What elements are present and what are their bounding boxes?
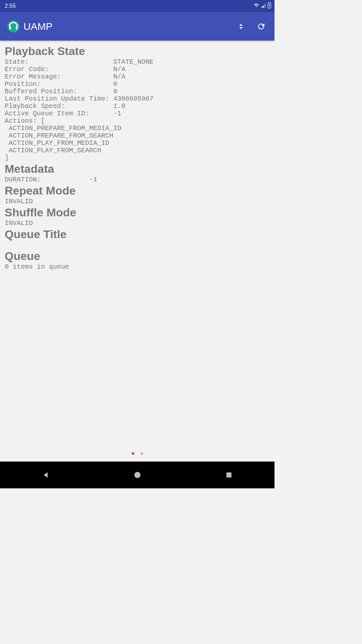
recents-button[interactable] xyxy=(216,472,242,478)
app-logo-icon xyxy=(7,20,19,33)
page-indicator xyxy=(0,448,275,462)
status-icons xyxy=(253,2,271,10)
section-heading-playback-state: Playback State xyxy=(5,45,270,58)
svg-rect-1 xyxy=(269,2,270,3)
queue-title-body xyxy=(5,241,270,249)
app-bar: UAMP xyxy=(0,12,275,41)
content-area[interactable]: Playback State State: STATE_NONE Error C… xyxy=(0,41,275,448)
repeat-mode-body: INVALID xyxy=(5,198,270,205)
status-time: 2:55 xyxy=(5,3,16,9)
svg-rect-3 xyxy=(9,26,11,30)
section-heading-metadata: Metadata xyxy=(5,162,270,175)
shuffle-mode-body: INVALID xyxy=(5,220,270,227)
svg-rect-4 xyxy=(16,26,17,30)
app-title: UAMP xyxy=(23,21,229,32)
svg-rect-12 xyxy=(226,473,231,478)
home-button[interactable] xyxy=(124,471,151,479)
playback-state-body: State: STATE_NONE Error Code: N/A Error … xyxy=(5,58,270,162)
page-dot-1[interactable] xyxy=(140,452,143,455)
back-button[interactable] xyxy=(33,471,59,479)
status-bar: 2:55 xyxy=(0,0,275,12)
queue-body: 0 items in queue xyxy=(5,263,270,271)
signal-icon xyxy=(261,3,266,9)
section-heading-queue: Queue xyxy=(5,250,270,263)
navigation-bar xyxy=(0,462,275,488)
section-heading-repeat-mode: Repeat Mode xyxy=(5,184,270,197)
wifi-icon xyxy=(253,3,259,9)
metadata-body: DURATION: -1 xyxy=(5,176,270,183)
expand-collapse-button[interactable] xyxy=(233,18,249,35)
page-dot-0[interactable] xyxy=(132,452,134,455)
svg-point-11 xyxy=(134,472,140,478)
section-heading-shuffle-mode: Shuffle Mode xyxy=(5,206,270,219)
battery-charging-icon xyxy=(267,2,271,10)
refresh-button[interactable] xyxy=(253,18,269,35)
section-heading-queue-title: Queue Title xyxy=(5,228,270,241)
